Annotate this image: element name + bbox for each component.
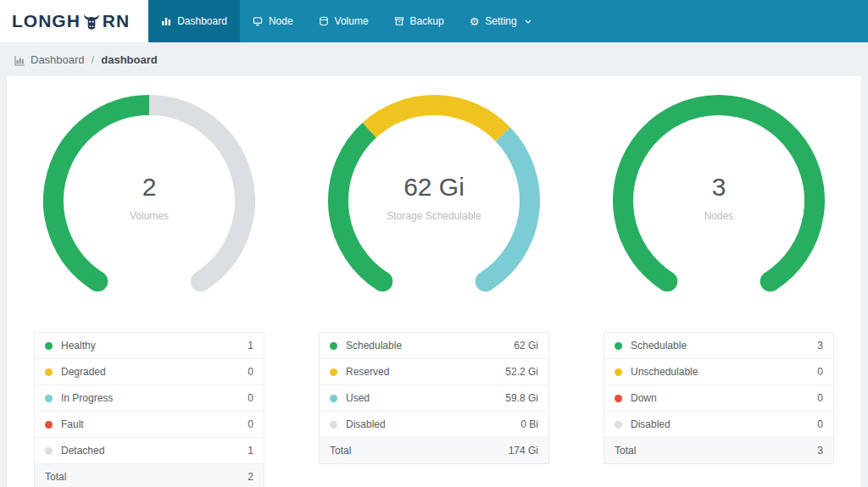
nav-dashboard[interactable]: Dashboard [148,0,240,42]
legend-row: Fault0 [35,412,264,438]
legend-color-dot [330,395,337,402]
legend-label: Schedulable [320,333,465,359]
total-label: Total [320,438,465,464]
total-label: Total [604,438,787,464]
legend-label: Schedulable [604,333,787,359]
total-value: 2 [211,464,264,487]
legend-value: 0 Bi [465,412,548,438]
breadcrumb: Dashboard / dashboard [0,42,868,76]
legend-color-dot [45,395,53,402]
legend-value: 1 [211,438,264,464]
legend-row: Disabled0 [604,412,834,438]
nav-label: Volume [335,15,369,27]
legend-value: 0 [787,412,834,438]
main-nav: Dashboard Node Volume [148,0,868,42]
legend-label: Degraded [35,359,212,385]
legend-color-dot [45,447,53,455]
legend-row: Detached1 [35,438,264,464]
gauge-end-cap [372,271,392,291]
nav-node[interactable]: Node [240,0,306,42]
chart-center-text: 2 Volumes [43,173,255,222]
total-row: Total 174 Gi [320,438,549,464]
backup-icon [394,16,404,26]
legend-row: Down0 [604,385,834,412]
nav-volume[interactable]: Volume [306,0,381,42]
breadcrumb-section[interactable]: Dashboard [31,53,85,66]
legend-color-dot [615,342,622,350]
legend-color-dot [45,342,53,350]
legend-color-dot [615,395,622,402]
legend-label: Disabled [604,412,787,438]
legend-value: 3 [787,333,834,359]
node-icon [253,16,263,26]
charts-row: 2 Volumes Healthy1Degraded0In Progress0F… [7,95,861,487]
nav-label: Backup [410,15,444,27]
storage-panel: 62 Gi Storage Schedulable Schedulable62 … [292,95,576,487]
total-row: Total 3 [604,438,834,464]
legend-color-dot [45,421,53,429]
total-value: 3 [787,438,834,464]
legend-row: Reserved52.2 Gi [320,359,549,385]
volumes-summary-table: Healthy1Degraded0In Progress0Fault0Detac… [34,332,264,487]
storage-summary-table: Schedulable62 GiReserved52.2 GiUsed59.8 … [319,332,549,464]
legend-value: 0 [211,359,264,385]
legend-color-dot [330,421,337,429]
legend-color-dot [615,368,622,376]
setting-gear-icon: ⚙ [470,16,480,27]
legend-value: 0 [787,385,834,412]
legend-label: Unschedulable [604,359,787,385]
app-logo[interactable]: LONGH RN [0,0,148,42]
gauge-end-cap [476,271,496,291]
app-header: LONGH RN [0,0,868,42]
legend-label: In Progress [35,385,212,412]
nodes-panel: 3 Nodes Schedulable3Unschedulable0Down0D… [576,95,861,487]
volumes-panel: 2 Volumes Healthy1Degraded0In Progress0F… [7,95,292,487]
legend-row: Unschedulable0 [604,359,834,385]
volume-icon [319,16,329,26]
breadcrumb-current: dashboard [101,53,157,66]
legend-row: Degraded0 [35,359,264,385]
chart-center-text: 62 Gi Storage Schedulable [328,173,540,222]
total-row: Total 2 [35,464,264,487]
legend-label: Reserved [320,359,465,385]
logo-text-right: RN [103,11,130,31]
legend-value: 62 Gi [465,333,548,359]
legend-row: Schedulable3 [604,333,834,359]
volumes-donut-chart: 2 Volumes [43,95,255,296]
logo-text-left: LONGH [12,11,81,31]
chart-center-label: Nodes [613,210,825,222]
chart-center-value: 3 [613,173,825,202]
legend-value: 0 [787,359,834,385]
legend-color-dot [330,342,337,350]
chart-center-value: 62 Gi [328,173,540,202]
legend-label: Used [320,385,465,412]
legend-label: Detached [35,438,212,464]
storage-donut-chart: 62 Gi Storage Schedulable [328,95,540,296]
chart-center-text: 3 Nodes [613,173,825,222]
nav-label: Node [269,15,293,27]
gauge-end-cap [87,271,108,291]
legend-label: Disabled [320,412,465,438]
gauge-end-cap [657,271,677,291]
chevron-down-icon [525,19,531,24]
legend-row: Disabled0 Bi [320,412,549,438]
nav-label: Dashboard [177,15,227,27]
legend-color-dot [45,368,53,376]
dashboard-icon [161,16,171,26]
legend-color-dot [615,421,622,429]
nav-backup[interactable]: Backup [381,0,457,42]
legend-value: 59.8 Gi [465,385,548,412]
legend-row: Healthy1 [35,333,264,359]
total-label: Total [35,464,212,487]
legend-label: Fault [35,412,212,438]
chart-center-value: 2 [43,173,255,202]
legend-label: Down [604,385,787,412]
legend-value: 0 [211,412,264,438]
chart-center-label: Storage Schedulable [328,210,540,222]
nav-setting[interactable]: ⚙ Setting [457,0,544,42]
nav-label: Setting [485,15,516,27]
logo-text: LONGH RN [12,11,130,31]
nodes-summary-table: Schedulable3Unschedulable0Down0Disabled0… [604,332,834,464]
legend-value: 52.2 Gi [465,359,548,385]
chart-center-label: Volumes [43,210,255,222]
